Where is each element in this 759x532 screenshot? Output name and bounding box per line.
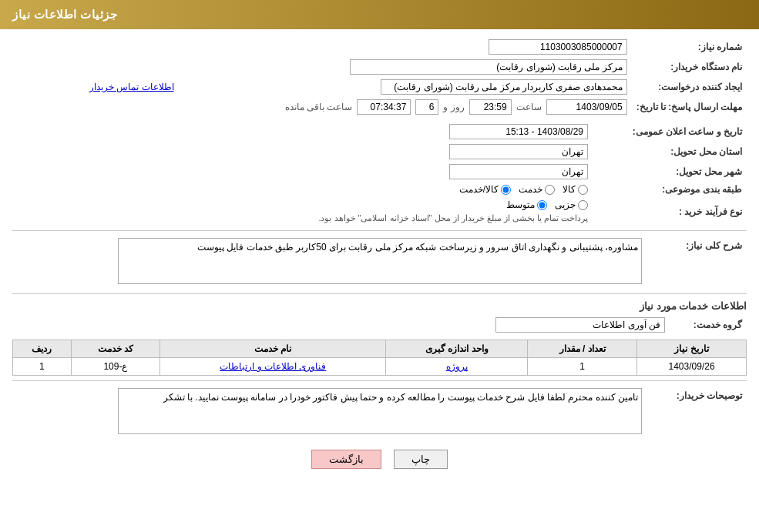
saat-label: ساعت <box>516 102 542 112</box>
mohlat-roz-input[interactable] <box>415 99 438 115</box>
radio-khadamat[interactable]: خدمت <box>519 184 555 195</box>
table-row: 1403/09/261پروژهفناوری اطلاعات و ارتباطا… <box>13 358 747 376</box>
col-nam: نام خدمت <box>160 340 386 358</box>
no-farayand-label: نوع فرآیند خرید : <box>593 197 747 226</box>
main-info-table: شماره نیاز: نام دستگاه خریدار: ایجاد کنن… <box>12 37 747 117</box>
cell-kodKhadamat: ع-109 <box>71 358 160 376</box>
print-button[interactable]: چاپ <box>394 450 448 469</box>
ostan-label: استان محل تحویل: <box>593 142 747 162</box>
col-tedad: تعداد / مقدار <box>528 340 637 358</box>
col-tarikh: تاریخ نیاز <box>637 340 747 358</box>
cell-radif: 1 <box>13 358 72 376</box>
button-row: چاپ بازگشت <box>12 450 747 469</box>
mohlat-saat-input[interactable] <box>469 99 512 115</box>
radio-kala-khadamat[interactable]: کالا/خدمت <box>459 184 511 195</box>
goroh-khadamat-input[interactable] <box>495 317 665 333</box>
sharh-table: شرح کلی نیاز: مشاوره، پشتیبانی و نگهداری… <box>12 236 747 289</box>
tosie-table: توصیحات خریدار: تامین کننده محترم لطفا ف… <box>12 386 747 439</box>
tosie-label: توصیحات خریدار: <box>646 386 747 439</box>
goroh-khadamat-label: گروه خدمت: <box>670 315 747 335</box>
ijad-konande-label: ایجاد کننده درخواست: <box>632 77 747 97</box>
cell-tedad: 1 <box>528 358 637 376</box>
shomare-niaz-input[interactable] <box>489 39 627 55</box>
back-button[interactable]: بازگشت <box>311 450 381 469</box>
tarikh-alan-input[interactable] <box>449 124 588 139</box>
nam-dastgah-label: نام دستگاه خریدار: <box>632 57 747 77</box>
farayand-notice: پرداخت تمام یا بخشی از مبلغ خریدار از مح… <box>17 213 588 223</box>
cell-namKhadamat: فناوری اطلاعات و ارتباطات <box>160 358 386 376</box>
shahr-input[interactable] <box>449 164 588 179</box>
mohlat-label: مهلت ارسال پاسخ: تا تاریخ: <box>632 97 747 117</box>
page-title: جزئیات اطلاعات نیاز <box>12 8 117 21</box>
cell-tarikh: 1403/09/26 <box>637 358 747 376</box>
page-header: جزئیات اطلاعات نیاز <box>0 0 759 29</box>
shomare-niaz-label: شماره نیاز: <box>632 37 747 57</box>
sharh-koli-label: شرح کلی نیاز: <box>646 236 747 289</box>
tosie-textarea[interactable]: تامین کننده محترم لطفا فایل شرح خدمات پی… <box>118 388 642 434</box>
radio-kala[interactable]: کالا <box>563 184 588 195</box>
shahr-label: شهر محل تحویل: <box>593 162 747 182</box>
alan-table: تاریخ و ساعت اعلان عمومی: استان محل تحوی… <box>12 122 747 226</box>
tabaqe-label: طبقه بندی موضوعی: <box>593 182 747 197</box>
nam-dastgah-input[interactable] <box>350 59 627 75</box>
ijad-konande-input[interactable] <box>381 79 627 95</box>
ostan-input[interactable] <box>449 144 588 159</box>
radio-jozyi[interactable]: جزیی <box>555 199 588 210</box>
goroh-khadamat-table: گروه خدمت: <box>12 315 747 335</box>
mohlat-baqi-input[interactable] <box>357 99 411 115</box>
baqi-mande-label: ساعت باقی مانده <box>285 102 353 112</box>
cell-vahedAndaze: پروژه <box>386 358 528 376</box>
tarikh-alan-label: تاریخ و ساعت اعلان عمومی: <box>593 122 747 142</box>
col-radif: ردیف <box>13 340 72 358</box>
mohlat-date-input[interactable] <box>546 99 627 115</box>
services-table: تاریخ نیاز تعداد / مقدار واحد اندازه گیر… <box>12 340 747 376</box>
col-kod: کد خدمت <box>71 340 160 358</box>
divider-1 <box>12 230 747 231</box>
divider-3 <box>12 380 747 381</box>
col-vahed: واحد اندازه گیری <box>386 340 528 358</box>
roz-label: روز و <box>443 102 464 112</box>
sharh-koli-textarea[interactable]: مشاوره، پشتیبانی و نگهداری اتاق سرور و ز… <box>118 238 642 284</box>
divider-2 <box>12 293 747 294</box>
etelaat-khadamat-title: اطلاعات خدمات مورد نیاز <box>12 300 747 312</box>
ettelaat-tamas-link[interactable]: اطلاعات تماس خریدار <box>89 82 174 92</box>
radio-mottaset[interactable]: متوسط <box>506 199 547 210</box>
